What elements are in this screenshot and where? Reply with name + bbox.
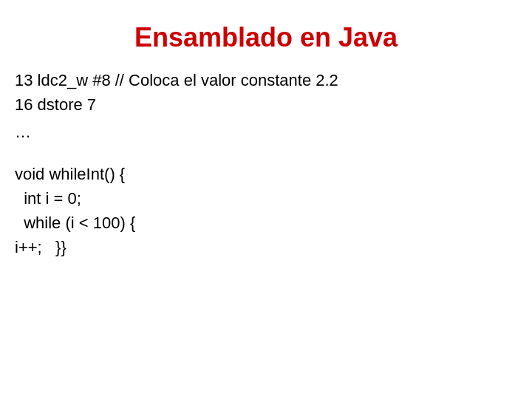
code-block: 13 ldc2_w #8 // Coloca el valor constant… xyxy=(15,68,517,259)
code-line-2: 16 dstore 7 xyxy=(15,92,517,117)
code-line-7: while (i < 100) { xyxy=(15,211,517,235)
code-line-5: void whileInt() { xyxy=(15,162,517,186)
code-line-3: … xyxy=(15,120,517,144)
code-line-1: 13 ldc2_w #8 // Coloca el valor constant… xyxy=(15,68,517,92)
slide-title: Ensamblado en Java xyxy=(15,22,517,53)
code-line-8: i++; }} xyxy=(15,235,517,259)
slide: Ensamblado en Java 13 ldc2_w #8 // Coloc… xyxy=(0,0,532,399)
blank-line xyxy=(15,147,517,162)
code-line-6: int i = 0; xyxy=(15,186,517,211)
